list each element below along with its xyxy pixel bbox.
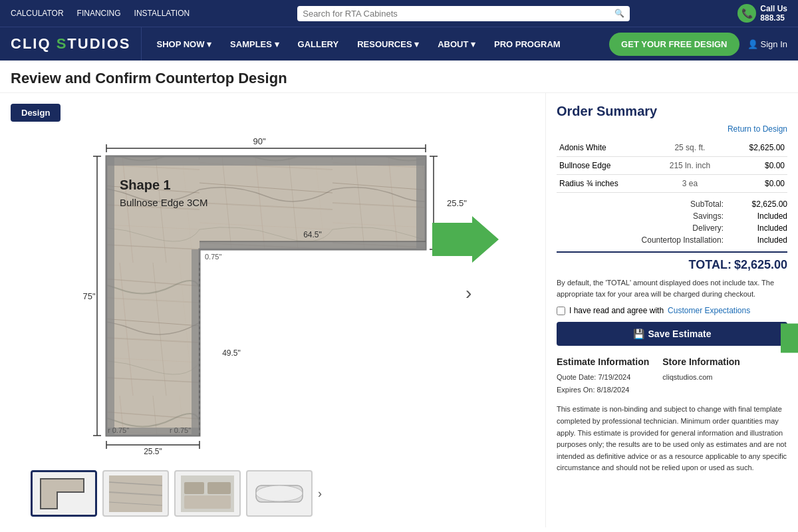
call-label: Call Us [760, 4, 787, 13]
nav-about[interactable]: ABOUT ▾ [428, 29, 485, 60]
svg-text:Bullnose Edge 3CM: Bullnose Edge 3CM [120, 197, 208, 208]
estimate-info-col: Estimate Information Quote Date: 7/19/20… [557, 356, 649, 396]
countertop-container: Shape 1 Bullnose Edge 3CM 90" 25.5" 75" [66, 130, 479, 462]
item-qty: 215 ln. inch [655, 157, 726, 175]
total-label: TOTAL: [689, 258, 732, 272]
thumbnail-kitchen[interactable] [174, 470, 241, 517]
green-arrow-indicator [432, 216, 499, 265]
nav-resources[interactable]: RESOURCES ▾ [348, 29, 428, 60]
phone-number: 888.35 [760, 13, 787, 23]
total-line: TOTAL: $2,625.00 [557, 251, 787, 272]
top-bar-right: 📞 Call Us 888.35 [737, 4, 787, 23]
agree-checkbox[interactable] [557, 307, 565, 315]
svg-text:64.5": 64.5" [303, 230, 322, 239]
item-price: $0.00 [725, 157, 787, 175]
search-bar[interactable]: 🔍 [297, 6, 630, 21]
return-to-design-link[interactable]: Return to Design [557, 124, 787, 134]
order-summary-title: Order Summary [557, 104, 787, 119]
item-price: $0.00 [725, 175, 787, 193]
nav-shop-now[interactable]: SHOP NOW ▾ [147, 29, 221, 60]
main-nav: CLIQ STUDIOS SHOP NOW ▾ SAMPLES ▾ GALLER… [0, 27, 798, 61]
calculator-link[interactable]: CALCULATOR [11, 9, 64, 18]
nav-gallery[interactable]: GALLERY [289, 29, 348, 60]
svg-marker-44 [432, 216, 499, 263]
svg-point-55 [256, 485, 303, 501]
svg-text:r 0.75": r 0.75" [108, 426, 129, 434]
svg-rect-53 [207, 482, 231, 494]
store-website: cliqstudios.com [662, 371, 740, 384]
table-row: Bullnose Edge 215 ln. inch $0.00 [557, 157, 787, 175]
item-qty: 3 ea [655, 175, 726, 193]
subtotal-row: SubTotal: $2,625.00 [557, 198, 787, 210]
svg-rect-18 [106, 156, 114, 436]
svg-rect-13 [106, 156, 426, 166]
financing-link[interactable]: FINANCING [77, 9, 121, 18]
customer-expectations-link[interactable]: Customer Expectations [668, 306, 750, 315]
green-arrow-save [781, 319, 798, 360]
svg-rect-14 [416, 156, 426, 249]
top-bar-links: CALCULATOR FINANCING INSTALLATION [11, 9, 190, 18]
installation-link[interactable]: INSTALLATION [134, 9, 190, 18]
svg-rect-51 [184, 495, 231, 509]
store-info-title: Store Information [662, 356, 740, 367]
thumbnail-edge[interactable] [246, 470, 313, 517]
svg-text:49.5": 49.5" [222, 348, 241, 358]
nav-links: SHOP NOW ▾ SAMPLES ▾ GALLERY RESOURCES ▾… [147, 29, 609, 60]
agree-text: I have read and agree with [569, 306, 664, 315]
order-summary: Order Summary Return to Design Adonis Wh… [545, 93, 798, 527]
delivery-row: Delivery: Included [557, 222, 787, 234]
countertop-svg: Shape 1 Bullnose Edge 3CM 90" 25.5" 75" [66, 130, 492, 456]
thumbnail-stone[interactable] [102, 470, 169, 517]
next-arrow-text: › [466, 283, 471, 303]
svg-text:75": 75" [82, 291, 95, 301]
item-name: Adonis White [557, 139, 655, 157]
table-row: Adonis White 25 sq. ft. $2,625.00 [557, 139, 787, 157]
nav-pro-program[interactable]: PRO PROGRAM [485, 29, 570, 60]
item-price: $2,625.00 [725, 139, 787, 157]
svg-text:90": 90" [253, 136, 265, 146]
content-area: Design [0, 93, 798, 527]
tax-note: By default, the 'TOTAL' amount displayed… [557, 277, 787, 299]
svg-text:0.75": 0.75" [205, 253, 221, 261]
nav-actions: GET YOUR FREE DESIGN 👤 Sign In [609, 33, 787, 56]
svg-rect-52 [184, 482, 204, 494]
svg-text:25.5": 25.5" [447, 198, 467, 208]
call-us: 📞 Call Us 888.35 [737, 4, 787, 23]
estimate-info-title: Estimate Information [557, 356, 649, 367]
thumbnail-next-arrow[interactable]: › [318, 487, 322, 501]
svg-rect-15 [200, 241, 426, 249]
agree-row: I have read and agree with Customer Expe… [557, 306, 787, 315]
search-input[interactable] [303, 9, 614, 19]
page-title: Review and Confirm Countertop Design [0, 61, 798, 93]
savings-row: Savings: Included [557, 210, 787, 222]
get-design-button[interactable]: GET YOUR FREE DESIGN [609, 33, 739, 56]
item-name: Radius ¾ inches [557, 175, 655, 193]
table-row: Radius ¾ inches 3 ea $0.00 [557, 175, 787, 193]
phone-icon: 📞 [737, 4, 756, 23]
svg-text:25.5": 25.5" [144, 447, 162, 456]
totals-section: SubTotal: $2,625.00 Savings: Included De… [557, 198, 787, 246]
item-qty: 25 sq. ft. [655, 139, 726, 157]
svg-marker-56 [781, 319, 798, 358]
item-name: Bullnose Edge [557, 157, 655, 175]
save-icon: 💾 [633, 329, 644, 339]
call-text: Call Us 888.35 [760, 4, 787, 23]
sign-in-button[interactable]: 👤 Sign In [747, 39, 787, 49]
installation-row: Countertop Installation: Included [557, 234, 787, 246]
thumbnail-shape[interactable] [31, 470, 97, 517]
design-tab[interactable]: Design [11, 104, 61, 122]
user-icon: 👤 [747, 39, 758, 49]
fine-print: This estimate is non-binding and subject… [557, 404, 787, 474]
store-info-col: Store Information cliqstudios.com [662, 356, 740, 396]
svg-text:Shape 1: Shape 1 [120, 178, 171, 192]
svg-marker-45 [41, 479, 84, 509]
save-estimate-button[interactable]: 💾 Save Estimate [557, 322, 787, 346]
search-icon[interactable]: 🔍 [614, 9, 624, 18]
total-value: $2,625.00 [734, 258, 787, 272]
thumbnails: › [11, 470, 535, 517]
nav-samples[interactable]: SAMPLES ▾ [221, 29, 288, 60]
estimate-info-details: Quote Date: 7/19/2024 Expires On: 8/18/2… [557, 371, 649, 396]
svg-text:r 0.75": r 0.75" [170, 426, 191, 434]
design-area: Design [0, 93, 545, 527]
svg-rect-16 [192, 249, 200, 436]
